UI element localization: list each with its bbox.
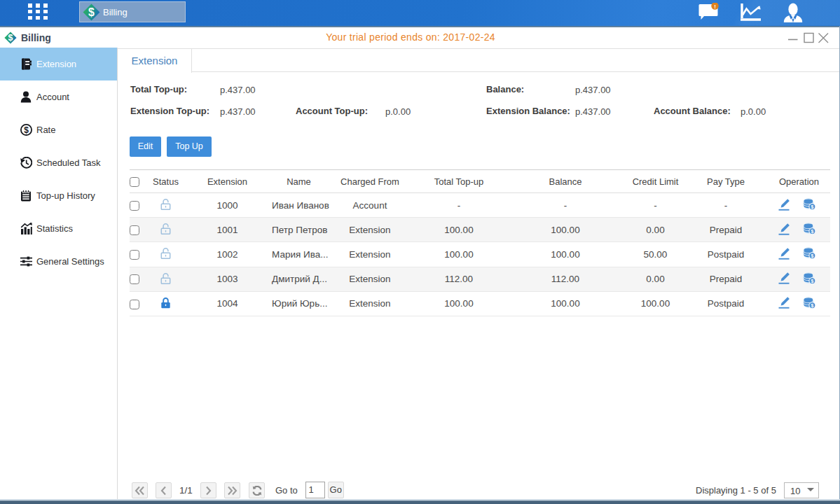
svg-text:$: $: [88, 6, 95, 18]
svg-text:!: !: [714, 4, 716, 10]
svg-text:$: $: [24, 125, 29, 135]
